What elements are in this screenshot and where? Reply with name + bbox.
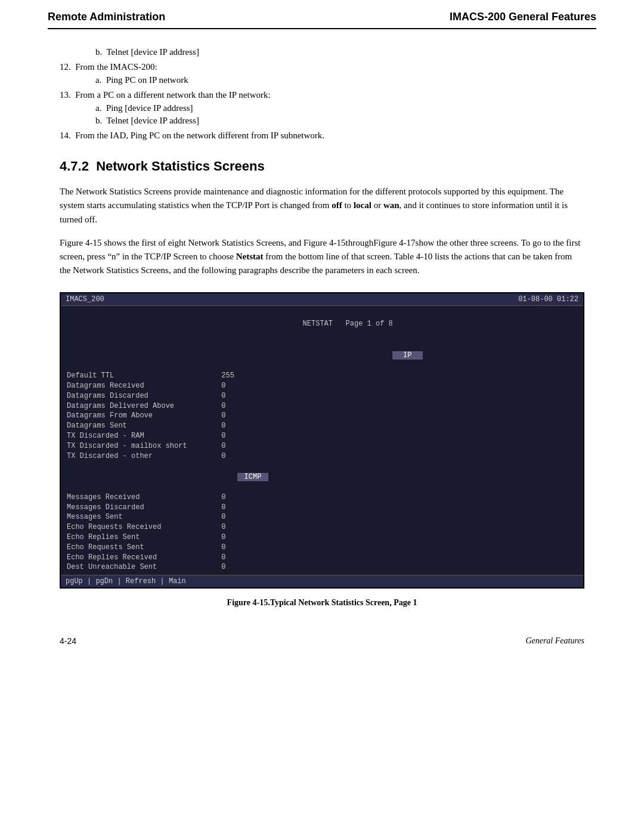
terminal-wrapper: IMACS_200 01-08-00 01:22 NETSTAT Page 1 … (60, 292, 584, 589)
ip-label-line: IP (67, 340, 577, 370)
list-item-13: 13. From a PC on a different network tha… (60, 90, 584, 126)
row-messages-received: Messages Received 0 (67, 493, 577, 503)
footer-section-name: General Features (525, 636, 584, 646)
terminal-titlebar: IMACS_200 01-08-00 01:22 (61, 293, 583, 306)
row-tx-ram: TX Discarded - RAM 0 (67, 431, 577, 441)
terminal-title-right: 01-08-00 01:22 (518, 295, 578, 304)
bold-local: local (354, 200, 371, 210)
row-echo-replies-received: Echo Replies Received 0 (67, 553, 577, 563)
terminal-heading-line: NETSTAT Page 1 of 8 (67, 309, 577, 339)
header-right: IMACS-200 General Features (450, 11, 596, 23)
terminal-heading: NETSTAT Page 1 of 8 (303, 320, 393, 328)
item-12-text: 12. From the IMACS-200: (60, 62, 157, 72)
item-14-text: 14. From the IAD, Ping PC on the network… (60, 131, 324, 140)
footer-sep3: | (160, 577, 168, 586)
footer-pgdn[interactable]: pgDn (95, 577, 113, 586)
item-12a: a. Ping PC on IP network (95, 75, 188, 85)
page-header: Remote Administration IMACS-200 General … (48, 0, 596, 29)
list-item-12: 12. From the IMACS-200: a. Ping PC on IP… (60, 62, 584, 85)
row-messages-sent: Messages Sent 0 (67, 512, 577, 522)
row-echo-requests-sent: Echo Requests Sent 0 (67, 543, 577, 553)
item-13b: b. Telnet [device IP address] (95, 116, 199, 125)
list-item-b-telnet: b. Telnet [device IP address] (95, 47, 584, 57)
row-datagrams-from-above: Datagrams From Above 0 (67, 411, 577, 421)
footer-page-number: 4-24 (60, 636, 76, 646)
item-prefix: b. Telnet [device IP address] (95, 47, 199, 57)
section-number: 4.7.2 (60, 159, 89, 174)
terminal-body: NETSTAT Page 1 of 8 IP Default TTL 255 D… (61, 306, 583, 575)
footer-pgup[interactable]: pgUp (66, 577, 83, 586)
section-heading: 4.7.2 Network Statistics Screens (60, 159, 584, 174)
row-dest-unreachable: Dest Unreachable Sent 0 (67, 562, 577, 572)
intro-list: b. Telnet [device IP address] 12. From t… (60, 47, 584, 141)
page-footer: 4-24 General Features (60, 631, 584, 646)
row-echo-requests-received: Echo Requests Received 0 (67, 522, 577, 532)
bold-netstat: Netstat (236, 252, 264, 261)
item-13a: a. Ping [device IP address] (95, 103, 193, 113)
ip-label: IP (392, 351, 423, 360)
row-echo-replies-sent: Echo Replies Sent 0 (67, 532, 577, 543)
row-default-ttl: Default TTL 255 (67, 371, 577, 381)
header-left: Remote Administration (48, 11, 165, 23)
terminal-screen: IMACS_200 01-08-00 01:22 NETSTAT Page 1 … (61, 293, 583, 588)
bold-off: off (332, 200, 342, 210)
paragraph-1: The Network Statistics Screens provide m… (60, 185, 584, 227)
figure-caption: Figure 4-15.Typical Network Statistics S… (60, 598, 584, 608)
row-datagrams-delivered: Datagrams Delivered Above 0 (67, 401, 577, 411)
footer-refresh[interactable]: Refresh (126, 577, 156, 586)
terminal-footer: pgUp | pgDn | Refresh | Main (61, 575, 583, 587)
footer-sep2: | (117, 577, 125, 586)
icmp-label-line: ICMP (67, 462, 577, 492)
row-datagrams-discarded: Datagrams Discarded 0 (67, 391, 577, 401)
page-container: Remote Administration IMACS-200 General … (0, 0, 644, 833)
row-tx-mailbox: TX Discarded - mailbox short 0 (67, 441, 577, 451)
row-tx-other: TX Discarded - other 0 (67, 451, 577, 462)
paragraph-2: Figure 4-15 shows the first of eight Net… (60, 236, 584, 278)
bold-wan: wan (383, 200, 400, 210)
main-content: b. Telnet [device IP address] 12. From t… (48, 47, 596, 646)
icmp-label: ICMP (237, 473, 268, 481)
list-item-14: 14. From the IAD, Ping PC on the network… (60, 131, 584, 141)
item-13-text: 13. From a PC on a different network tha… (60, 90, 271, 100)
footer-sep1: | (87, 577, 95, 586)
terminal-title-left: IMACS_200 (66, 295, 104, 304)
row-messages-discarded: Messages Discarded 0 (67, 503, 577, 513)
row-datagrams-sent: Datagrams Sent 0 (67, 421, 577, 431)
section-title: Network Statistics Screens (96, 159, 264, 174)
row-datagrams-received: Datagrams Received 0 (67, 381, 577, 391)
footer-main[interactable]: Main (169, 577, 186, 586)
